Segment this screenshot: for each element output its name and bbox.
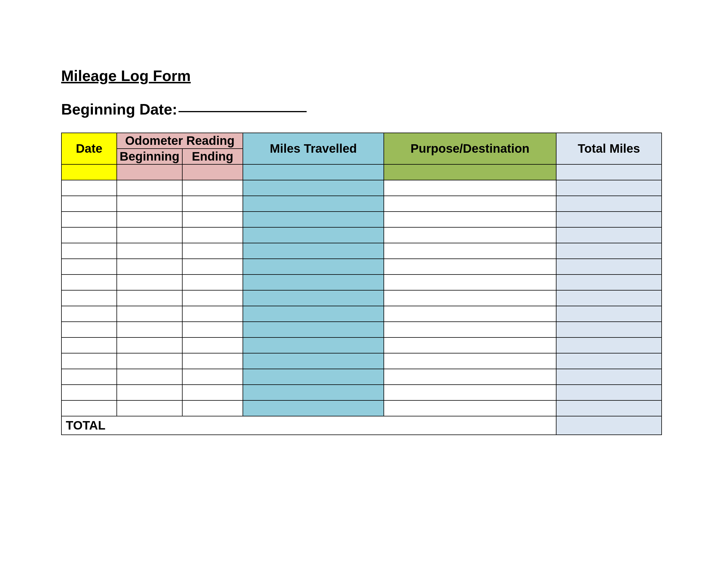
page: Mileage Log Form Beginning Date: Date Od…: [0, 0, 728, 435]
cell-date: [61, 290, 117, 306]
cell-beginning: [117, 322, 182, 338]
cell-beginning: [117, 385, 182, 400]
cell-beginning: [117, 306, 182, 322]
table-row: [61, 211, 662, 227]
mileage-log-table: Date Odometer Reading Miles Travelled Pu…: [61, 133, 662, 435]
cell-ending: [182, 306, 243, 322]
table-row: [61, 243, 662, 259]
cell-miles-travelled: [243, 211, 384, 227]
cell-ending: [182, 227, 243, 243]
cell-miles-travelled: [243, 274, 384, 290]
cell-miles-travelled: [243, 400, 384, 416]
table-row: [61, 274, 662, 290]
cell-total-miles: [556, 196, 662, 211]
cell-purpose: [384, 306, 556, 322]
header-purpose: Purpose/Destination: [384, 133, 556, 164]
cell-beginning: [117, 369, 182, 385]
cell-date: [61, 211, 117, 227]
cell-beginning: [117, 211, 182, 227]
cell-total-miles: [556, 306, 662, 322]
cell-miles-travelled: [243, 385, 384, 400]
cell-beginning: [117, 353, 182, 369]
cell-miles-travelled: [243, 306, 384, 322]
cell-purpose: [384, 243, 556, 259]
cell-purpose: [384, 211, 556, 227]
cell-total-miles: [556, 211, 662, 227]
beginning-date-line: [179, 111, 307, 112]
spacer-total: [556, 164, 662, 180]
cell-ending: [182, 259, 243, 274]
cell-purpose: [384, 180, 556, 196]
cell-total-miles: [556, 385, 662, 400]
cell-date: [61, 322, 117, 338]
header-total-miles: Total Miles: [556, 133, 662, 164]
cell-ending: [182, 322, 243, 338]
table-row: [61, 306, 662, 322]
header-ending: Ending: [182, 149, 243, 164]
cell-total-miles: [556, 369, 662, 385]
beginning-date-row: Beginning Date:: [61, 100, 670, 118]
total-label: TOTAL: [61, 416, 556, 435]
table-row: [61, 322, 662, 338]
cell-total-miles: [556, 290, 662, 306]
header-beginning: Beginning: [117, 149, 182, 164]
cell-purpose: [384, 338, 556, 353]
spacer-ending: [182, 164, 243, 180]
table-row: [61, 180, 662, 196]
cell-total-miles: [556, 227, 662, 243]
cell-beginning: [117, 274, 182, 290]
header-miles-travelled: Miles Travelled: [243, 133, 384, 164]
cell-date: [61, 400, 117, 416]
cell-total-miles: [556, 322, 662, 338]
spacer-date: [61, 164, 117, 180]
cell-ending: [182, 369, 243, 385]
cell-purpose: [384, 400, 556, 416]
cell-miles-travelled: [243, 196, 384, 211]
cell-date: [61, 274, 117, 290]
cell-miles-travelled: [243, 227, 384, 243]
cell-miles-travelled: [243, 353, 384, 369]
cell-miles-travelled: [243, 290, 384, 306]
cell-beginning: [117, 400, 182, 416]
cell-date: [61, 227, 117, 243]
cell-date: [61, 259, 117, 274]
cell-ending: [182, 180, 243, 196]
header-date: Date: [61, 133, 117, 164]
cell-beginning: [117, 196, 182, 211]
total-miles-cell: [556, 416, 662, 435]
spacer-purpose: [384, 164, 556, 180]
cell-total-miles: [556, 338, 662, 353]
cell-purpose: [384, 259, 556, 274]
cell-ending: [182, 385, 243, 400]
cell-ending: [182, 338, 243, 353]
cell-date: [61, 306, 117, 322]
cell-total-miles: [556, 274, 662, 290]
cell-purpose: [384, 385, 556, 400]
cell-total-miles: [556, 259, 662, 274]
cell-beginning: [117, 227, 182, 243]
cell-ending: [182, 211, 243, 227]
cell-miles-travelled: [243, 259, 384, 274]
cell-ending: [182, 196, 243, 211]
cell-total-miles: [556, 400, 662, 416]
header-row-1: Date Odometer Reading Miles Travelled Pu…: [61, 133, 662, 149]
header-spacer-row: [61, 164, 662, 180]
spacer-beginning: [117, 164, 182, 180]
cell-ending: [182, 274, 243, 290]
table-row: [61, 369, 662, 385]
cell-total-miles: [556, 353, 662, 369]
cell-date: [61, 353, 117, 369]
cell-beginning: [117, 290, 182, 306]
cell-purpose: [384, 274, 556, 290]
cell-miles-travelled: [243, 243, 384, 259]
cell-purpose: [384, 353, 556, 369]
table-row: [61, 385, 662, 400]
table-row: [61, 259, 662, 274]
table-row: [61, 290, 662, 306]
cell-purpose: [384, 369, 556, 385]
cell-date: [61, 369, 117, 385]
cell-miles-travelled: [243, 338, 384, 353]
cell-ending: [182, 290, 243, 306]
cell-date: [61, 196, 117, 211]
cell-date: [61, 180, 117, 196]
